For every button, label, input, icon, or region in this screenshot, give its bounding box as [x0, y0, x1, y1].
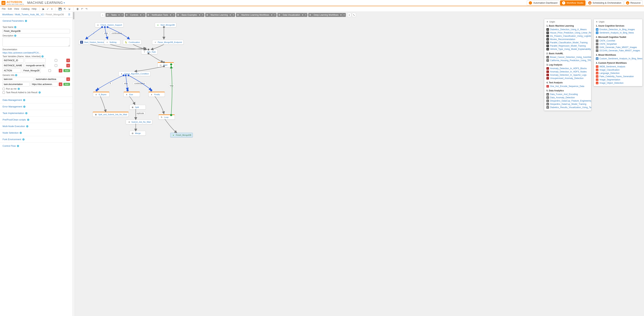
info-icon[interactable]: i — [23, 99, 25, 101]
add-button[interactable]: Add — [64, 69, 70, 72]
check-icon[interactable]: ✓ — [47, 8, 49, 10]
tab-home[interactable]: ⌂ — [100, 13, 105, 17]
node-parse-mongodb[interactable]: ⚬Parse_MongoDB_Endpoint — [152, 40, 184, 45]
unpin-button[interactable]: ✕Unpin — [546, 21, 589, 23]
close-icon[interactable]: × — [201, 13, 204, 17]
delete-button[interactable]: x — [66, 59, 70, 62]
info-icon[interactable]: i — [26, 125, 28, 127]
palette-item[interactable]: CGAN_Generate_Fake_MNIST_Images — [596, 46, 640, 49]
close-icon[interactable]: × — [172, 13, 175, 17]
node-loop[interactable]: ↻Loop — [158, 114, 175, 120]
nav-workflow-studio[interactable]: ✎Workflow Studio — [560, 0, 586, 6]
palette-item[interactable]: ▲Image_Segmentation — [596, 78, 640, 81]
tab-dataviz[interactable]: ⚙Data Visualization▾× — [277, 13, 308, 17]
save-icon[interactable]: 💾 — [58, 8, 62, 10]
palette-item[interactable]: ⚙California_Housing_Prediction_Using_TPO… — [546, 59, 589, 62]
delete-button[interactable]: x — [66, 77, 70, 81]
breadcrumb-workflow-name[interactable]: Multi_Tuners_Auto_ML_V2 — [15, 13, 44, 16]
undo-icon[interactable]: ↶ — [81, 8, 83, 10]
palette-item[interactable]: ⚙Parallel_Classification_Model_Training — [546, 41, 589, 44]
close-icon[interactable]: × — [142, 13, 146, 17]
import-icon[interactable]: ⇱ — [64, 8, 66, 10]
node-start[interactable]: ▭Start — [158, 62, 174, 67]
nav-automation-dashboard[interactable]: ⬚Automation Dashboard — [527, 0, 559, 6]
palette-item[interactable]: TOne_Hot_Encode_Sequence_Data — [546, 85, 589, 88]
node-submit[interactable]: ⇥Submit_Job_No_Wait — [126, 120, 152, 124]
menu-help[interactable]: Help — [32, 8, 36, 10]
nav-resource[interactable]: ☁Resource — [624, 0, 642, 6]
runas-checkbox[interactable] — [2, 88, 5, 90]
export-icon[interactable]: ⇲ — [68, 8, 70, 10]
palette-item[interactable]: LAnomaly_Detection_In_Apache_Logs — [546, 73, 589, 77]
info-icon[interactable]: i — [15, 74, 17, 76]
node-continuation[interactable]: 🐍Continuation — [123, 40, 142, 45]
info-icon[interactable]: i — [18, 88, 20, 90]
node-start-mongodb[interactable]: ●Start_MongoDB — [155, 23, 176, 27]
node-join[interactable]: ⚬Join_Task — [141, 50, 158, 54]
menu-file[interactable]: File — [2, 8, 6, 10]
palette-item[interactable]: ⚙Movies_Recommendation — [546, 38, 589, 41]
palette-item[interactable]: ▤Desjardins_DataCup_Feature_Engineering — [546, 99, 589, 102]
palette-item[interactable]: ▤Diabetics_Results_Visualization_Using_T… — [546, 106, 589, 109]
var-value-input[interactable] — [25, 58, 46, 63]
workflow-canvas[interactable]: ⌂ ⚙Tasks▾× ⚙Controls▾× ⚙Notification Too… — [75, 12, 644, 316]
palette-item[interactable]: ◆Sentiment_Analysis_In_Bing_News — [596, 31, 640, 34]
section-fork[interactable]: Fork Environmenti — [0, 136, 72, 142]
tab-basic-examples[interactable]: ⚙Basic Examples▾× — [176, 13, 204, 17]
delete-button[interactable]: x — [59, 69, 62, 72]
tab-notification[interactable]: ⚙Notification Tools▾× — [146, 13, 176, 17]
palette-item[interactable]: ▦Custom_Sentiment_Analysis_In_Bing_News — [596, 57, 640, 60]
palette-item[interactable]: ▲IMDB_Sentiment_Analysis — [596, 65, 640, 68]
node-check-algo[interactable]: ∧Check_Algorithm_Condition — [118, 71, 150, 76]
palette-item[interactable]: ◆Emotion_Detection_In_Bing_Images — [596, 28, 640, 31]
palette-item[interactable]: ⚙Vehicle_Type_Using_Model_Explainability — [546, 48, 589, 51]
node-start-visdom[interactable]: fStart_Visdom_Service — [78, 40, 106, 45]
delete-button[interactable]: x — [59, 82, 62, 86]
var-inherited-checkbox[interactable] — [47, 59, 65, 62]
var-name-input[interactable] — [2, 58, 24, 63]
collapse-tabs-button[interactable]: ⤡ — [352, 13, 356, 17]
section-nodesel[interactable]: Node Selectioni — [0, 129, 72, 136]
palette-item[interactable]: LUnsupervised_Anomaly_Detection — [546, 77, 589, 80]
info-icon[interactable]: i — [27, 119, 29, 121]
var-value-input[interactable] — [25, 63, 46, 68]
node-nothing[interactable]: ⚬Nothing — [104, 40, 120, 45]
section-multi[interactable]: Multi-Node Executioni — [0, 123, 72, 129]
generic-name-input[interactable] — [2, 82, 30, 86]
taskresult-checkbox[interactable] — [2, 91, 5, 94]
scroll-thumb[interactable] — [73, 12, 74, 19]
palette-item[interactable]: ▤Data_Anomaly_Detection — [546, 96, 589, 99]
tab-ml-workflows[interactable]: ⚙Machine Learning Workflows▾× — [236, 13, 276, 17]
close-icon[interactable]: × — [273, 13, 276, 17]
tab-tasks[interactable]: ⚙Tasks▾× — [106, 13, 124, 17]
palette-item[interactable]: CCNTK_SimpleNet — [596, 42, 640, 46]
close-icon[interactable]: × — [232, 13, 235, 17]
close-icon[interactable]: × — [342, 13, 346, 17]
doc-link[interactable]: https://doc.activeeon.com/latest/PCA/... — [2, 52, 40, 54]
section-control[interactable]: Control Flowi — [0, 142, 72, 149]
tab-ml[interactable]: ⚙Machine Learning▾× — [205, 13, 235, 17]
close-icon[interactable]: × — [120, 13, 124, 17]
var-name-input[interactable] — [2, 63, 24, 68]
node-finally[interactable]: ∧Finally — [148, 92, 165, 97]
node-split[interactable]: ⊞Split — [130, 105, 146, 110]
info-icon[interactable]: i — [23, 106, 26, 108]
node-else[interactable]: ∧Else — [124, 92, 140, 97]
breadcrumb-list-icon[interactable]: ☰ — [68, 13, 70, 16]
tab-dl-workflows[interactable]: ⚙Deep Learning Workflows▾× — [308, 13, 346, 17]
close-icon[interactable]: × — [304, 13, 308, 17]
delete-button[interactable]: x — [66, 64, 70, 67]
node-if-bayes[interactable]: ∧If_Bayes — [93, 92, 110, 97]
palette-item[interactable]: ⚙Breast_Cancer_Detection_Using_AutoSklea… — [546, 56, 589, 59]
palette-item[interactable]: ⚙Parallel_Regression_Model_Training — [546, 44, 589, 48]
generic-name-input[interactable] — [2, 77, 34, 81]
section-general[interactable]: General Parametersi — [0, 18, 72, 24]
section-error[interactable]: Error Managementi — [0, 103, 72, 110]
task-name-input[interactable] — [2, 29, 70, 33]
palette-item[interactable]: ▲Image_Classification — [596, 68, 640, 72]
title-caret-icon[interactable]: ▾ — [64, 2, 65, 4]
info-icon[interactable]: i — [22, 138, 24, 140]
palette-item[interactable]: LAnomaly_Detection_In_HDFS_Nodes — [546, 70, 589, 73]
description-input[interactable] — [2, 38, 70, 47]
add-button[interactable]: Add — [64, 83, 70, 86]
